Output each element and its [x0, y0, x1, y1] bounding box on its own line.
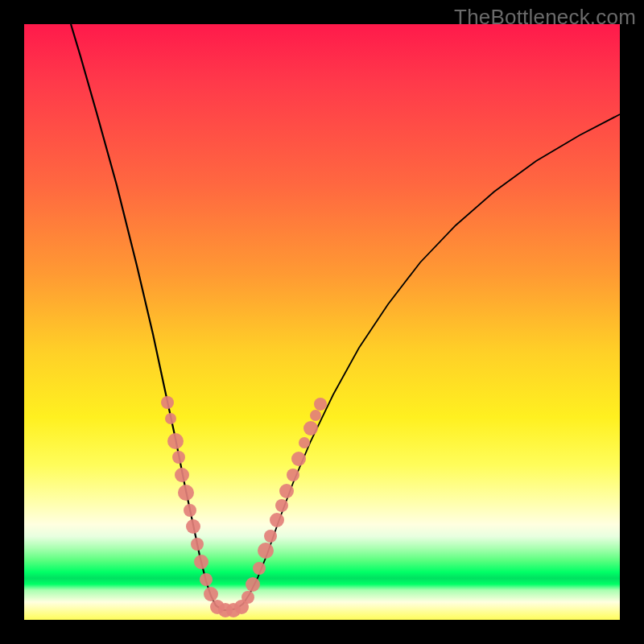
data-point [299, 437, 310, 448]
data-point [234, 600, 249, 614]
data-point [275, 499, 288, 512]
data-point [175, 468, 189, 482]
data-point [194, 555, 208, 569]
data-point [258, 543, 274, 559]
data-point [291, 452, 306, 466]
data-point [310, 410, 321, 421]
plot-background [24, 24, 620, 620]
data-point [218, 603, 233, 617]
data-point [200, 573, 213, 586]
data-point [210, 600, 225, 614]
scatter-dots [161, 396, 327, 617]
data-point [167, 433, 184, 449]
data-point [191, 538, 204, 551]
outer-frame: TheBottleneck.com [0, 0, 644, 644]
data-point [204, 587, 218, 601]
data-point [172, 451, 185, 464]
data-point [178, 485, 194, 501]
chart-svg [24, 24, 620, 620]
data-point [287, 469, 299, 481]
data-point [303, 421, 318, 436]
right-curve [229, 114, 620, 610]
data-point [264, 530, 277, 543]
data-point [226, 603, 241, 617]
data-point [253, 562, 266, 575]
data-point [314, 398, 327, 411]
watermark-text: TheBottleneck.com [454, 5, 636, 30]
data-point [270, 513, 284, 527]
data-point [184, 504, 196, 517]
data-point [279, 484, 294, 498]
data-point [165, 413, 176, 424]
data-point [246, 577, 260, 592]
data-point [161, 396, 174, 409]
data-point [242, 591, 254, 604]
data-point [186, 519, 200, 534]
left-curve [71, 24, 229, 610]
